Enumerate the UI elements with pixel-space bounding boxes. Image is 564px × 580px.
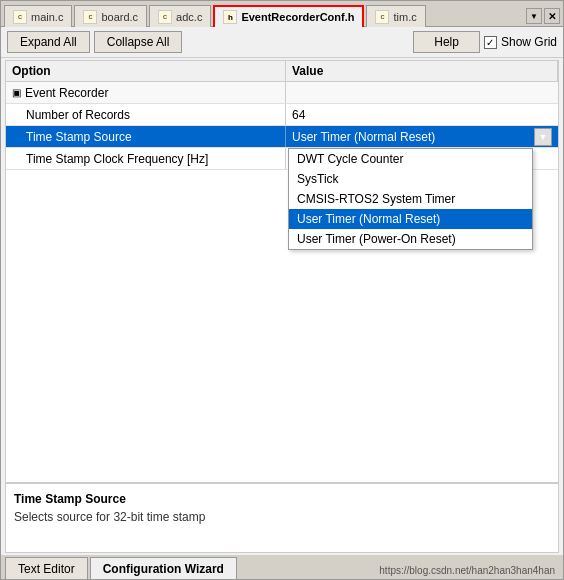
tab-icon-tim-c: c <box>375 10 389 24</box>
row-value-number-of-records: 64 <box>286 104 558 125</box>
table-body: ▣ Event Recorder Number of Records 64 <box>6 82 558 482</box>
show-grid-area: ✓ Show Grid <box>484 35 557 49</box>
bottom-bar: Text Editor Configuration Wizard https:/… <box>1 555 563 579</box>
column-header-value: Value <box>286 61 558 81</box>
tab-label-tim-c: tim.c <box>393 11 416 23</box>
tab-main-c[interactable]: c main.c <box>4 5 72 27</box>
description-area: Time Stamp Source Selects source for 32-… <box>6 482 558 552</box>
row-value-time-stamp-source: User Timer (Normal Reset) ▼ <box>286 126 558 147</box>
dropdown-arrow-button[interactable]: ▼ <box>534 128 552 146</box>
description-title: Time Stamp Source <box>14 492 550 506</box>
tab-bar: c main.c c board.c c adc.c h EventRecord… <box>1 1 563 27</box>
tab-label-adc-c: adc.c <box>176 11 202 23</box>
tab-icon-adc-c: c <box>158 10 172 24</box>
table-row: ▣ Event Recorder <box>6 82 558 104</box>
row-label-number-of-records: Number of Records <box>26 108 130 122</box>
row-option-event-recorder: ▣ Event Recorder <box>6 82 286 103</box>
expand-collapse-icon[interactable]: ▣ <box>12 87 21 98</box>
tab-tim-c[interactable]: c tim.c <box>366 5 425 27</box>
tab-label-board-c: board.c <box>101 11 138 23</box>
main-window: c main.c c board.c c adc.c h EventRecord… <box>0 0 564 580</box>
tab-text-editor-label: Text Editor <box>18 562 75 576</box>
expand-all-button[interactable]: Expand All <box>7 31 90 53</box>
tab-text-editor[interactable]: Text Editor <box>5 557 88 579</box>
dropdown-popup: DWT Cycle Counter SysTick CMSIS-RTOS2 Sy… <box>288 148 533 250</box>
toolbar: Expand All Collapse All Help ✓ Show Grid <box>1 27 563 58</box>
row-option-time-stamp-source: Time Stamp Source <box>6 126 286 147</box>
help-button[interactable]: Help <box>413 31 480 53</box>
tab-label-event-recorder-conf-h: EventRecorderConf.h <box>241 11 354 23</box>
tab-adc-c[interactable]: c adc.c <box>149 5 211 27</box>
tab-board-c[interactable]: c board.c <box>74 5 147 27</box>
tab-icon-board-c: c <box>83 10 97 24</box>
dropdown-cell: User Timer (Normal Reset) ▼ <box>292 128 552 146</box>
description-text: Selects source for 32-bit time stamp <box>14 510 550 524</box>
dropdown-selected-value: User Timer (Normal Reset) <box>292 130 534 144</box>
collapse-all-button[interactable]: Collapse All <box>94 31 183 53</box>
dropdown-item-label: DWT Cycle Counter <box>297 152 403 166</box>
tab-configuration-wizard[interactable]: Configuration Wizard <box>90 557 237 579</box>
tab-event-recorder-conf-h[interactable]: h EventRecorderConf.h <box>213 5 364 27</box>
dropdown-item-label: User Timer (Normal Reset) <box>297 212 440 226</box>
tab-dropdown-btn[interactable]: ▼ <box>526 8 542 24</box>
dropdown-arrow-icon: ▼ <box>539 132 548 142</box>
tab-dropdown-icon: ▼ <box>530 12 538 21</box>
tab-icon-main-c: c <box>13 10 27 24</box>
main-content: Option Value ▣ Event Recorder Number of … <box>5 60 559 553</box>
tab-configuration-wizard-label: Configuration Wizard <box>103 562 224 576</box>
bottom-section: Text Editor Configuration Wizard https:/… <box>1 555 563 579</box>
checkbox-check-icon: ✓ <box>486 37 494 48</box>
row-value-text-number-of-records: 64 <box>292 108 305 122</box>
row-option-time-stamp-clock-freq: Time Stamp Clock Frequency [Hz] <box>6 148 286 169</box>
row-label-time-stamp-source: Time Stamp Source <box>26 130 132 144</box>
dropdown-item-label: SysTick <box>297 172 339 186</box>
table-row: Number of Records 64 <box>6 104 558 126</box>
table-row[interactable]: Time Stamp Source User Timer (Normal Res… <box>6 126 558 148</box>
row-option-number-of-records: Number of Records <box>6 104 286 125</box>
bottom-tabs: Text Editor Configuration Wizard <box>5 557 239 579</box>
status-text: https://blog.csdn.net/han2han3han4han <box>379 565 559 579</box>
dropdown-item[interactable]: DWT Cycle Counter <box>289 149 532 169</box>
column-header-option: Option <box>6 61 286 81</box>
table-header: Option Value <box>6 61 558 82</box>
row-label-time-stamp-clock-freq: Time Stamp Clock Frequency [Hz] <box>26 152 208 166</box>
tab-close-area: ▼ ✕ <box>526 8 560 26</box>
close-tab-button[interactable]: ✕ <box>544 8 560 24</box>
row-label-event-recorder: Event Recorder <box>25 86 108 100</box>
tab-icon-event-recorder-conf-h: h <box>223 10 237 24</box>
row-value-event-recorder <box>286 82 558 103</box>
dropdown-item-label: User Timer (Power-On Reset) <box>297 232 456 246</box>
dropdown-item[interactable]: SysTick <box>289 169 532 189</box>
dropdown-item[interactable]: User Timer (Power-On Reset) <box>289 229 532 249</box>
show-grid-label: Show Grid <box>501 35 557 49</box>
show-grid-checkbox[interactable]: ✓ <box>484 36 497 49</box>
dropdown-item-selected[interactable]: User Timer (Normal Reset) <box>289 209 532 229</box>
close-icon: ✕ <box>548 11 556 22</box>
dropdown-item[interactable]: CMSIS-RTOS2 System Timer <box>289 189 532 209</box>
dropdown-item-label: CMSIS-RTOS2 System Timer <box>297 192 455 206</box>
tab-label-main-c: main.c <box>31 11 63 23</box>
